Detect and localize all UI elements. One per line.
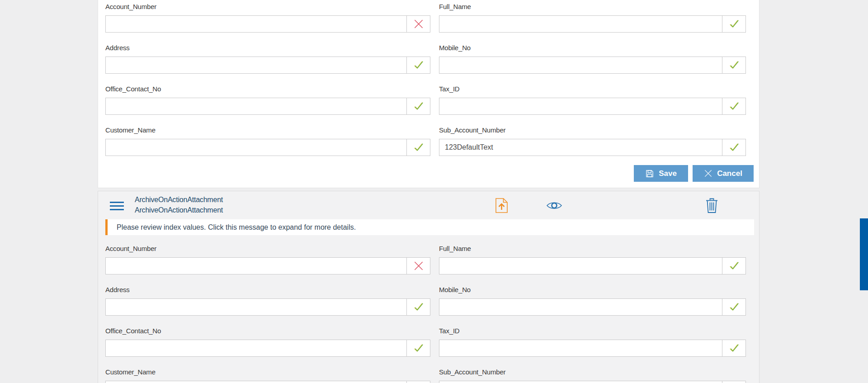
validation-status xyxy=(722,381,746,383)
customer-name-input[interactable] xyxy=(105,381,407,383)
save-button[interactable]: Save xyxy=(634,165,688,182)
field-label: Mobile_No xyxy=(439,44,746,52)
tax-id-input[interactable] xyxy=(439,340,722,357)
field-label: Address xyxy=(105,44,430,52)
valid-check-icon xyxy=(728,342,740,354)
warning-text: Please review index values. Click this m… xyxy=(117,223,356,232)
field-group-full-name: Full_Name xyxy=(439,245,746,274)
valid-check-icon xyxy=(728,142,740,153)
field-group-address: Address xyxy=(105,44,430,74)
valid-check-icon xyxy=(413,342,425,354)
field-label: Full_Name xyxy=(439,245,746,253)
field-label: Office_Contact_No xyxy=(105,85,430,93)
field-group-address: Address xyxy=(105,286,430,316)
field-group-mobile-no: Mobile_No xyxy=(439,286,746,316)
record-form-grid: Account_Number Full_Name Address xyxy=(98,0,759,167)
valid-check-icon xyxy=(413,59,425,71)
field-label: Full_Name xyxy=(439,3,746,11)
attachment-title: ArchiveOnActionAttachment ArchiveOnActio… xyxy=(135,194,223,215)
attachment-panel-header: ArchiveOnActionAttachment ArchiveOnActio… xyxy=(98,191,759,219)
full-name-input[interactable] xyxy=(439,257,722,274)
attachment-title-line-2: ArchiveOnActionAttachment xyxy=(135,205,223,215)
validation-status xyxy=(406,257,430,274)
validation-status xyxy=(406,298,430,316)
validation-status xyxy=(406,15,430,33)
validation-status xyxy=(722,257,746,274)
valid-check-icon xyxy=(728,260,740,272)
account-number-input[interactable] xyxy=(105,257,407,274)
field-group-tax-id: Tax_ID xyxy=(439,85,746,115)
customer-name-input[interactable] xyxy=(105,139,407,156)
valid-check-icon xyxy=(728,59,740,71)
valid-check-icon xyxy=(413,301,425,313)
valid-check-icon xyxy=(728,18,740,30)
office-contact-no-input[interactable] xyxy=(105,340,407,357)
field-group-full-name: Full_Name xyxy=(439,3,746,33)
office-contact-no-input[interactable] xyxy=(105,98,407,115)
index-warning-message[interactable]: Please review index values. Click this m… xyxy=(105,219,754,235)
field-label: Mobile_No xyxy=(439,286,746,294)
field-group-office-contact-no: Office_Contact_No xyxy=(105,85,430,115)
field-group-tax-id: Tax_ID xyxy=(439,327,746,357)
validation-status xyxy=(406,381,430,383)
invalid-x-icon xyxy=(413,18,425,30)
full-name-input[interactable] xyxy=(439,15,722,33)
field-group-customer-name: Customer_Name xyxy=(105,126,430,156)
valid-check-icon xyxy=(413,100,425,112)
valid-check-icon xyxy=(413,142,425,153)
sub-account-number-input[interactable] xyxy=(439,381,722,383)
field-label: Address xyxy=(105,286,430,294)
attachment-title-line-1: ArchiveOnActionAttachment xyxy=(135,194,223,205)
validation-status xyxy=(722,298,746,316)
field-group-account-number: Account_Number xyxy=(105,3,430,33)
cancel-button[interactable]: Cancel xyxy=(693,165,754,182)
validation-status xyxy=(406,139,430,156)
file-upload-icon[interactable] xyxy=(495,198,508,213)
mobile-no-input[interactable] xyxy=(439,298,722,316)
validation-status xyxy=(406,57,430,74)
field-label: Account_Number xyxy=(105,3,430,11)
field-group-account-number: Account_Number xyxy=(105,245,430,274)
floppy-disk-icon xyxy=(645,169,654,178)
address-input[interactable] xyxy=(105,57,407,74)
field-label: Customer_Name xyxy=(105,126,430,134)
x-icon xyxy=(704,169,712,178)
form-actions: Save Cancel xyxy=(634,165,754,182)
validation-status xyxy=(722,57,746,74)
validation-status xyxy=(722,98,746,115)
field-label: Tax_ID xyxy=(439,85,746,93)
eye-icon[interactable] xyxy=(547,201,562,210)
trash-icon[interactable] xyxy=(706,198,718,213)
attachment-form-section: ArchiveOnActionAttachment ArchiveOnActio… xyxy=(98,191,760,383)
field-group-sub-account-number: Sub_Account_Number xyxy=(439,126,746,156)
vertical-scrollbar-thumb[interactable] xyxy=(860,218,868,290)
save-button-label: Save xyxy=(659,169,677,178)
field-label: Sub_Account_Number xyxy=(439,126,746,134)
account-number-input[interactable] xyxy=(105,15,407,33)
mobile-no-input[interactable] xyxy=(439,57,722,74)
field-label: Tax_ID xyxy=(439,327,746,335)
record-form-section: Account_Number Full_Name Address xyxy=(98,0,760,188)
field-group-mobile-no: Mobile_No xyxy=(439,44,746,74)
field-label: Customer_Name xyxy=(105,368,430,376)
validation-status xyxy=(722,340,746,357)
attachment-form-grid: Account_Number Full_Name Address xyxy=(98,235,759,383)
field-group-office-contact-no: Office_Contact_No xyxy=(105,327,430,357)
invalid-x-icon xyxy=(413,260,425,272)
validation-status xyxy=(722,139,746,156)
field-label: Account_Number xyxy=(105,245,430,253)
field-label: Office_Contact_No xyxy=(105,327,430,335)
validation-status xyxy=(722,15,746,33)
cancel-button-label: Cancel xyxy=(717,169,742,178)
tax-id-input[interactable] xyxy=(439,98,722,115)
hamburger-menu-icon[interactable] xyxy=(110,202,124,210)
validation-status xyxy=(406,340,430,357)
address-input[interactable] xyxy=(105,298,407,316)
field-group-customer-name: Customer_Name xyxy=(105,368,430,383)
sub-account-number-input[interactable] xyxy=(439,139,722,156)
field-group-sub-account-number: Sub_Account_Number xyxy=(439,368,746,383)
valid-check-icon xyxy=(728,100,740,112)
valid-check-icon xyxy=(728,301,740,313)
validation-status xyxy=(406,98,430,115)
field-label: Sub_Account_Number xyxy=(439,368,746,376)
